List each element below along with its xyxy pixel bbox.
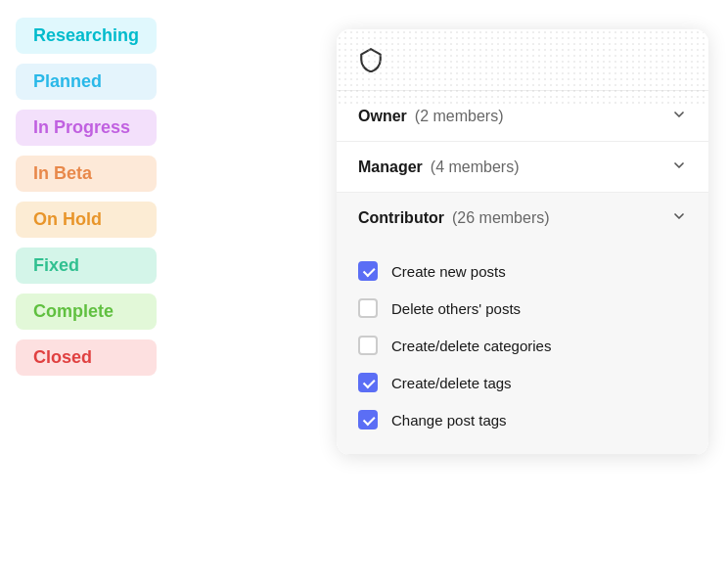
role-header-manager[interactable]: Manager(4 members): [337, 142, 708, 192]
checkbox-delete-posts[interactable]: [358, 298, 378, 318]
permission-item-create-posts: Create new posts: [358, 252, 687, 290]
permission-item-delete-posts: Delete others' posts: [358, 290, 687, 327]
project-title-bar: [337, 29, 708, 91]
checkbox-create-posts[interactable]: [358, 261, 378, 281]
status-badge-complete[interactable]: Complete: [16, 294, 157, 330]
status-list: ResearchingPlannedIn ProgressIn BetaOn H…: [0, 0, 172, 393]
status-badge-in-progress[interactable]: In Progress: [16, 110, 157, 146]
permission-item-create-tags: Create/delete tags: [358, 364, 687, 401]
checkbox-create-tags[interactable]: [358, 373, 378, 392]
chevron-down-icon: [671, 208, 687, 227]
permission-label-delete-posts: Delete others' posts: [391, 300, 521, 317]
status-badge-researching[interactable]: Researching: [16, 18, 157, 54]
status-badge-in-beta[interactable]: In Beta: [16, 156, 157, 192]
shield-icon: [358, 47, 384, 72]
permission-label-create-tags: Create/delete tags: [391, 375, 512, 391]
role-section-contributor: Contributor(26 members)Create new postsD…: [337, 193, 708, 455]
checkbox-create-categories[interactable]: [358, 336, 378, 355]
role-label-owner: Owner: [358, 108, 407, 124]
permission-label-create-categories: Create/delete categories: [391, 338, 551, 354]
role-header-contributor[interactable]: Contributor(26 members): [337, 193, 708, 243]
role-section-owner: Owner(2 members): [337, 91, 708, 142]
permission-label-change-tags: Change post tags: [391, 412, 507, 429]
permission-label-create-posts: Create new posts: [391, 263, 506, 280]
role-header-owner[interactable]: Owner(2 members): [337, 91, 708, 141]
role-count-manager: (4 members): [431, 158, 520, 175]
right-panel: Owner(2 members)Manager(4 members)Contri…: [337, 29, 708, 455]
checkbox-change-tags[interactable]: [358, 410, 378, 429]
status-badge-planned[interactable]: Planned: [16, 64, 157, 100]
permission-item-create-categories: Create/delete categories: [358, 327, 687, 364]
permissions-list: Create new postsDelete others' postsCrea…: [337, 243, 708, 454]
role-label-contributor: Contributor: [358, 209, 444, 226]
status-badge-on-hold[interactable]: On Hold: [16, 202, 157, 238]
status-badge-closed[interactable]: Closed: [16, 339, 157, 376]
chevron-down-icon: [671, 107, 687, 125]
role-count-contributor: (26 members): [452, 209, 550, 226]
role-section-manager: Manager(4 members): [337, 142, 708, 193]
status-badge-fixed[interactable]: Fixed: [16, 248, 157, 284]
chevron-down-icon: [671, 158, 687, 176]
role-count-owner: (2 members): [415, 108, 504, 124]
role-label-manager: Manager: [358, 158, 423, 175]
permission-item-change-tags: Change post tags: [358, 401, 687, 438]
app-container: ResearchingPlannedIn ProgressIn BetaOn H…: [0, 0, 728, 587]
roles-container: Owner(2 members)Manager(4 members)Contri…: [337, 91, 708, 455]
